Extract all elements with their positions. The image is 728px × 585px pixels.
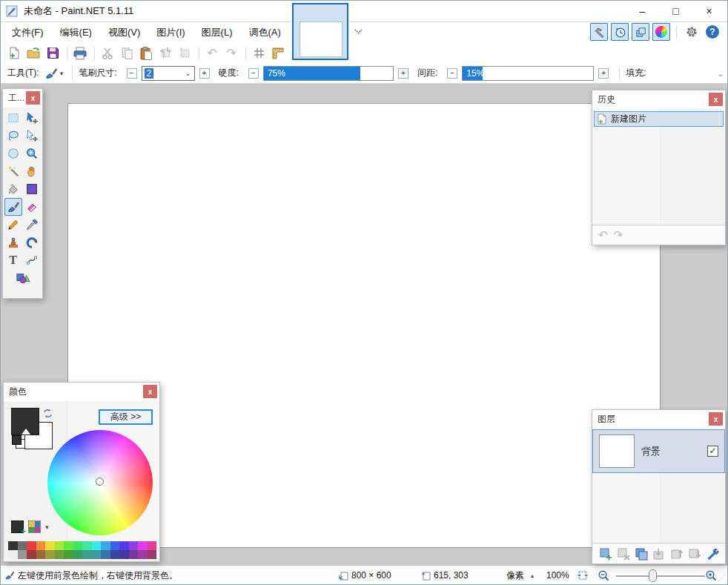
ellipse-select-tool[interactable] [4,145,22,162]
rectangle-select-tool[interactable] [4,109,22,127]
palette-swatch[interactable] [27,541,36,550]
copy-button[interactable] [118,44,136,62]
history-redo-icon[interactable]: ↷ [614,228,623,242]
tools-panel-titlebar[interactable]: 工... x [3,89,42,108]
tab-list-chevron-icon[interactable] [354,27,363,35]
menu-view[interactable]: 视图(V) [100,22,148,43]
palette-swatch[interactable] [119,550,129,559]
close-button[interactable]: × [692,1,726,22]
deselect-button[interactable] [176,44,193,62]
menu-layers[interactable]: 图层(L) [193,22,241,43]
palette-swatch[interactable] [129,550,139,559]
undo-button[interactable]: ↶ [203,44,221,62]
palette-swatch[interactable] [55,541,64,550]
maximize-button[interactable]: □ [659,1,692,22]
paste-button[interactable] [137,44,155,62]
spacing-increase-button[interactable]: + [598,68,609,79]
redo-button[interactable]: ↷ [222,44,240,62]
crop-button[interactable] [156,44,174,62]
zoom-slider-track[interactable] [616,575,705,577]
palette-swatch[interactable] [55,550,64,559]
spacing-slider[interactable]: 15% [462,66,594,81]
zoom-in-button[interactable] [705,566,718,585]
palette-swatch[interactable] [129,541,139,550]
pan-tool[interactable] [23,162,41,180]
ruler-toggle-button[interactable] [269,44,287,62]
move-layer-down-button[interactable] [687,546,701,561]
brush-size-increase-button[interactable]: + [199,68,210,79]
hardness-increase-button[interactable]: + [398,68,408,79]
move-layer-up-button[interactable] [669,546,684,561]
current-tool-dropdown[interactable]: ▾ [44,67,64,80]
paint-bucket-tool[interactable] [4,180,22,198]
help-button[interactable]: ? [704,23,721,41]
history-toggle-button[interactable] [611,23,629,41]
tools-toggle-button[interactable] [590,23,608,41]
palette-swatch[interactable] [36,541,46,550]
overflow-chevron-icon[interactable]: ⌄ [718,70,724,78]
unit-dropdown[interactable]: 像素 ▴ [506,566,534,585]
line-curve-tool[interactable] [23,251,41,269]
colors-panel-titlebar[interactable]: 颜色 x [4,383,159,401]
colors-panel-close-button[interactable]: x [143,385,157,398]
zoom-tool[interactable] [23,145,41,162]
hardness-decrease-button[interactable]: − [248,68,259,79]
colors-toggle-button[interactable] [652,23,670,41]
palette-menu-button[interactable] [28,520,41,533]
swap-colors-icon[interactable] [42,408,53,419]
pencil-tool[interactable] [4,216,22,234]
palette-swatch[interactable] [27,550,36,559]
palette-swatch[interactable] [138,550,148,559]
layers-panel-close-button[interactable]: x [709,412,723,426]
delete-layer-button[interactable] [616,546,630,561]
tools-panel-close-button[interactable]: x [26,91,40,105]
palette-swatch[interactable] [45,541,55,550]
layer-visibility-checkbox[interactable]: ✓ [707,446,718,457]
spacing-decrease-button[interactable]: − [447,68,457,79]
color-picker-tool[interactable] [23,216,41,234]
eraser-tool[interactable] [23,198,41,216]
palette-swatch[interactable] [110,541,120,550]
history-panel-close-button[interactable]: x [709,93,723,106]
add-layer-button[interactable] [598,546,612,561]
magic-wand-tool[interactable] [4,162,22,180]
palette-swatch[interactable] [148,541,157,550]
recolor-tool[interactable] [23,234,41,251]
color-wheel-selector[interactable] [96,477,104,486]
foreground-color-swatch[interactable] [11,408,39,435]
palette-swatch[interactable] [18,550,27,559]
menu-adjustments[interactable]: 调色(A) [240,22,288,43]
print-button[interactable] [71,44,89,62]
minimize-button[interactable]: – [626,1,659,22]
palette-swatch[interactable] [18,541,27,550]
palette-swatch[interactable] [101,541,110,550]
lasso-select-tool[interactable] [4,127,22,145]
history-undo-icon[interactable]: ↶ [598,228,608,242]
zoom-out-button[interactable] [598,566,610,585]
palette-swatch[interactable] [92,541,102,550]
open-file-button[interactable] [24,44,42,62]
advanced-colors-button[interactable]: 高级 >> [99,409,153,425]
menu-edit[interactable]: 编辑(E) [52,22,100,43]
document-tab[interactable] [292,3,348,60]
palette-swatch[interactable] [119,541,129,550]
brush-size-decrease-button[interactable]: − [127,68,137,79]
palette-caret-icon[interactable]: ▾ [45,523,49,531]
palette-swatch[interactable] [73,550,83,559]
layers-toggle-button[interactable] [632,23,649,41]
new-file-button[interactable] [5,44,23,62]
duplicate-layer-button[interactable] [634,546,648,561]
palette-swatch[interactable] [92,550,102,559]
palette-swatch[interactable] [45,550,55,559]
brush-size-combo[interactable]: 2 ⌄ [142,66,195,81]
palette-swatch[interactable] [64,550,73,559]
palette-swatch[interactable] [73,541,83,550]
layer-properties-button[interactable] [705,546,719,561]
palette-swatch[interactable] [148,550,157,559]
layers-panel-titlebar[interactable]: 图层 x [592,410,725,429]
history-item[interactable]: 新建图片 [594,111,724,127]
menu-image[interactable]: 图片(I) [148,22,193,43]
zoom-slider-thumb[interactable] [649,569,657,582]
settings-button[interactable] [683,23,701,41]
hardness-slider[interactable]: 75% [263,66,394,81]
